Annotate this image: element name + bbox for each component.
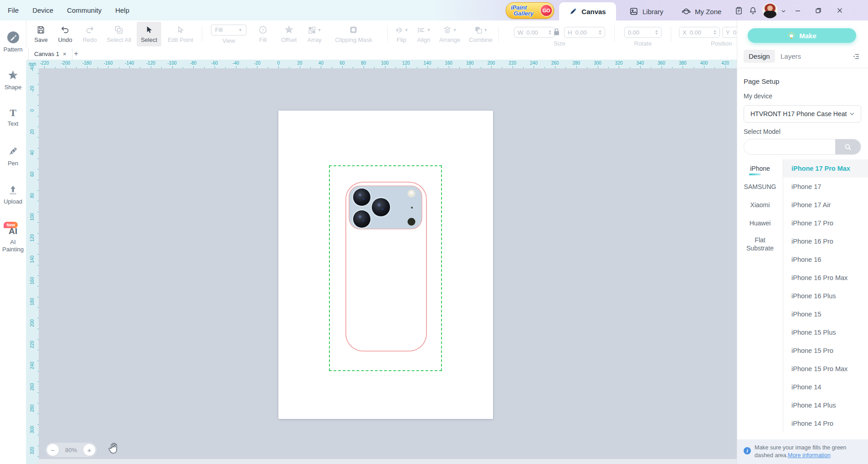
clipping-mask-button[interactable]: Clipping Mask — [335, 20, 372, 48]
width-field[interactable]: W 0.00 — [514, 27, 555, 38]
redo-button[interactable]: Redo — [82, 20, 97, 48]
tab-layers[interactable]: Layers — [776, 50, 806, 63]
zoom-in-button[interactable]: + — [83, 444, 95, 456]
close-button[interactable] — [835, 5, 845, 15]
rotate-spinner[interactable] — [655, 30, 658, 35]
ipaint-gallery-badge[interactable]: iPaint Gallery GO — [506, 2, 554, 19]
menu-item-community[interactable]: Community — [67, 6, 102, 14]
offset-button[interactable]: Offset — [281, 20, 297, 48]
width-spinner[interactable] — [549, 30, 551, 35]
sidebar-item-upload[interactable]: Upload — [0, 184, 26, 205]
v-ruler-label: 200 — [30, 318, 35, 328]
minimize-button[interactable] — [793, 5, 803, 15]
model-item-iphone-15-pro[interactable]: iPhone 15 Pro — [783, 342, 868, 360]
position-x-field[interactable]: X 0.00 — [679, 27, 720, 38]
undo-button[interactable]: Undo — [58, 20, 72, 48]
h-ruler-label: -180 — [82, 61, 92, 66]
menu-item-device[interactable]: Device — [32, 6, 53, 14]
height-spinner[interactable] — [599, 30, 601, 35]
h-ruler-label: 240 — [530, 61, 538, 66]
rotate-field[interactable]: 0.00 — [624, 27, 662, 38]
model-item-iphone-16-plus[interactable]: iPhone 16 Plus — [783, 287, 868, 305]
edit-point-button[interactable]: Edit Point — [168, 20, 193, 48]
array-button[interactable]: ▼ Array — [307, 20, 321, 48]
select-all-button[interactable]: Select All — [107, 20, 131, 48]
make-button[interactable]: Make — [748, 28, 856, 43]
menu-item-help[interactable]: Help — [115, 6, 129, 14]
tab-design[interactable]: Design — [744, 50, 775, 63]
view-dropdown[interactable]: Fill ▼ View — [211, 20, 247, 48]
arrange-button[interactable]: ▼ Arrange — [439, 20, 460, 48]
model-item-iphone-17-pro-max[interactable]: iPhone 17 Pro Max — [783, 159, 868, 178]
tab-my-zone-label: My Zone — [695, 8, 721, 15]
tab-my-zone[interactable]: My Zone — [682, 2, 721, 20]
search-button[interactable] — [835, 139, 861, 154]
avatar[interactable] — [762, 3, 778, 18]
model-item-iphone-14-pro[interactable]: iPhone 14 Pro — [783, 414, 868, 433]
brand-item-xiaomi[interactable]: Xiaomi — [737, 196, 783, 214]
model-item-iphone-15[interactable]: iPhone 15 — [783, 305, 868, 323]
select-button[interactable]: Select — [137, 22, 161, 46]
go-button[interactable]: GO — [540, 4, 553, 17]
canvas-document-tab[interactable]: Canvas 1 × — [28, 48, 72, 60]
redo-label: Redo — [82, 36, 97, 43]
model-item-iphone-16[interactable]: iPhone 16 — [783, 250, 868, 269]
model-item-iphone-17[interactable]: iPhone 17 — [783, 178, 868, 196]
model-item-iphone-17-pro[interactable]: iPhone 17 Pro — [783, 214, 868, 232]
flip-button[interactable]: ▼ Flip — [395, 20, 409, 48]
save-button[interactable]: Save — [34, 20, 48, 48]
model-item-iphone-17-air[interactable]: iPhone 17 Air — [783, 196, 868, 214]
title-bar: FileDeviceCommunityHelp iPaint Gallery G… — [0, 0, 868, 20]
device-dropdown[interactable]: HTVRONT H17 Phone Case Heat P... — [744, 105, 861, 122]
more-information-link[interactable]: More information — [788, 452, 831, 459]
h-ruler-label: -20 — [254, 61, 260, 66]
sidebar-item-shape[interactable]: Shape — [0, 69, 26, 91]
height-value: 0.00 — [575, 29, 586, 36]
brand-item-iphone[interactable]: iPhone — [737, 159, 783, 178]
avatar-chevron-down-icon[interactable] — [778, 6, 788, 16]
model-item-iphone-16-pro[interactable]: iPhone 16 Pro — [783, 232, 868, 250]
v-ruler-label: 160 — [30, 275, 35, 286]
position-y-field[interactable]: Y 0.00 — [722, 27, 737, 38]
save-icon — [36, 25, 46, 35]
brand-item-huawei[interactable]: Huawei — [737, 214, 783, 232]
phone-case-template[interactable] — [345, 182, 427, 352]
lidar-sensor — [408, 218, 416, 226]
tab-canvas[interactable]: Canvas — [559, 2, 616, 20]
select-cursor-icon — [144, 25, 154, 35]
model-item-iphone-15-plus[interactable]: iPhone 15 Plus — [783, 323, 868, 342]
model-item-iphone-14[interactable]: iPhone 14 — [783, 378, 868, 396]
lock-ratio-icon[interactable] — [553, 28, 560, 36]
position-y-value: 0.00 — [733, 29, 737, 36]
brand-item-flat-substrate[interactable]: Flat Substrate — [737, 232, 783, 256]
orders-clipboard-icon[interactable] — [734, 5, 744, 15]
fill-button[interactable]: ? Fill — [258, 20, 268, 48]
sidebar-item-pattern[interactable]: Pattern — [0, 31, 26, 53]
notifications-bell-icon[interactable] — [748, 5, 758, 15]
maximize-restore-button[interactable] — [813, 5, 823, 15]
model-search-input[interactable] — [744, 139, 835, 154]
view-dropdown-box[interactable]: Fill ▼ — [211, 25, 247, 36]
canvas-viewport[interactable]: − 80% + — [39, 68, 737, 459]
tab-close-icon[interactable]: × — [63, 51, 67, 57]
view-label: View — [222, 37, 235, 44]
model-item-iphone-14-plus[interactable]: iPhone 14 Plus — [783, 396, 868, 414]
model-item-iphone-15-pro-max[interactable]: iPhone 15 Pro Max — [783, 360, 868, 378]
horizontal-scrollbar[interactable] — [39, 459, 737, 464]
hand-pan-tool-icon[interactable] — [107, 442, 121, 455]
combine-button[interactable]: ▼ Combine — [469, 20, 493, 48]
add-canvas-tab-button[interactable]: + — [71, 48, 82, 59]
make-button-label: Make — [799, 32, 817, 40]
collapse-panel-icon[interactable] — [852, 52, 860, 61]
height-field[interactable]: H 0.00 — [564, 27, 605, 38]
position-x-spinner[interactable] — [714, 30, 716, 35]
sidebar-item-pen[interactable]: Pen — [0, 146, 26, 167]
brand-item-samsung[interactable]: SAMSUNG — [737, 178, 783, 196]
tab-library[interactable]: Library — [629, 2, 663, 20]
zoom-out-button[interactable]: − — [47, 444, 59, 456]
sidebar-item-ai-painting[interactable]: AI New AI Painting — [0, 226, 26, 254]
sidebar-item-text[interactable]: T Text — [0, 108, 26, 127]
menu-item-file[interactable]: File — [8, 6, 19, 14]
align-button[interactable]: ▼ Align — [417, 20, 431, 48]
model-item-iphone-16-pro-max[interactable]: iPhone 16 Pro Max — [783, 269, 868, 287]
